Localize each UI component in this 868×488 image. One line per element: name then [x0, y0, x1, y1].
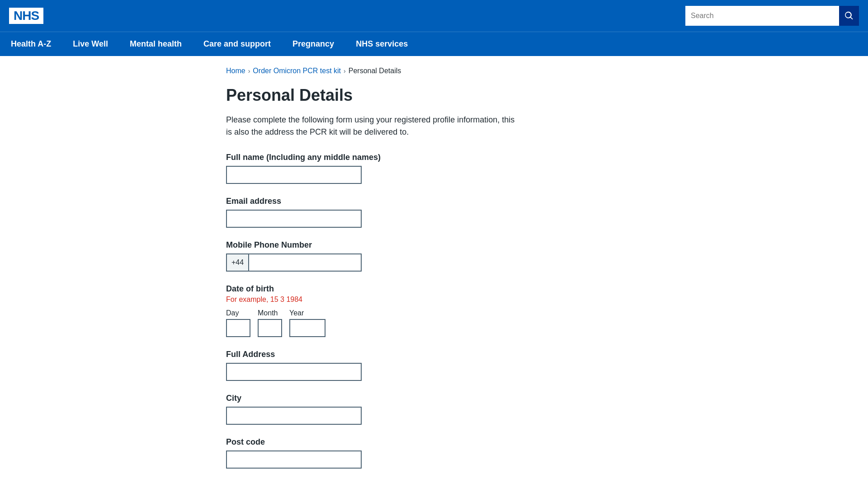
address-input[interactable] — [226, 363, 362, 381]
breadcrumb: Home › Order Omicron PCR test kit › Pers… — [226, 67, 642, 75]
full-name-label: Full name (Including any middle names) — [226, 153, 642, 162]
dob-year-input[interactable] — [289, 319, 326, 337]
nav-item-care-support: Care and support — [193, 32, 282, 56]
dob-day-group: Day — [226, 309, 250, 337]
nav-list: Health A-Z Live Well Mental health Care … — [0, 32, 868, 56]
page-title: Personal Details — [226, 86, 642, 105]
nav-item-nhs-services: NHS services — [345, 32, 419, 56]
search-input[interactable] — [685, 6, 839, 26]
dob-year-group: Year — [289, 309, 326, 337]
nav-link-health-az[interactable]: Health A-Z — [0, 32, 62, 56]
postcode-input[interactable] — [226, 450, 362, 469]
dob-label: Date of birth — [226, 284, 642, 294]
nav-item-health-az: Health A-Z — [0, 32, 62, 56]
search-container — [685, 6, 859, 26]
address-group: Full Address — [226, 350, 642, 381]
email-input[interactable] — [226, 210, 362, 228]
breadcrumb-order-link[interactable]: Order Omicron PCR test kit — [253, 67, 341, 75]
site-header: NHS — [0, 0, 868, 32]
dob-day-label: Day — [226, 309, 250, 317]
phone-prefix: +44 — [227, 254, 249, 271]
email-label: Email address — [226, 197, 642, 206]
breadcrumb-home-link[interactable]: Home — [226, 67, 245, 75]
phone-label: Mobile Phone Number — [226, 240, 642, 250]
email-group: Email address — [226, 197, 642, 228]
dob-month-input[interactable] — [258, 319, 282, 337]
nhs-logo[interactable]: NHS — [9, 8, 43, 24]
search-icon — [844, 11, 854, 21]
dob-year-label: Year — [289, 309, 326, 317]
breadcrumb-separator-2: › — [344, 67, 346, 75]
full-name-group: Full name (Including any middle names) — [226, 153, 642, 184]
nav-item-live-well: Live Well — [62, 32, 119, 56]
dob-day-input[interactable] — [226, 319, 250, 337]
city-label: City — [226, 394, 642, 403]
nhs-logo-text: NHS — [9, 8, 43, 24]
dob-month-group: Month — [258, 309, 282, 337]
phone-input[interactable] — [249, 254, 361, 271]
city-group: City — [226, 394, 642, 425]
dob-fields: Day Month Year — [226, 309, 642, 337]
city-input[interactable] — [226, 407, 362, 425]
full-name-input[interactable] — [226, 166, 362, 184]
main-content: Home › Order Omicron PCR test kit › Pers… — [217, 56, 651, 488]
nav-link-live-well[interactable]: Live Well — [62, 32, 119, 56]
dob-month-label: Month — [258, 309, 282, 317]
postcode-label: Post code — [226, 437, 642, 447]
breadcrumb-current: Personal Details — [349, 67, 401, 75]
nav-link-pregnancy[interactable]: Pregnancy — [282, 32, 345, 56]
address-label: Full Address — [226, 350, 642, 359]
search-button[interactable] — [839, 6, 859, 26]
nav-link-mental-health[interactable]: Mental health — [119, 32, 193, 56]
nav-link-nhs-services[interactable]: NHS services — [345, 32, 419, 56]
nav-item-pregnancy: Pregnancy — [282, 32, 345, 56]
page-description: Please complete the following form using… — [226, 114, 515, 138]
breadcrumb-separator-1: › — [248, 67, 250, 75]
phone-input-wrapper: +44 — [226, 253, 362, 272]
nav-link-care-support[interactable]: Care and support — [193, 32, 282, 56]
postcode-group: Post code — [226, 437, 642, 469]
dob-hint: For example, 15 3 1984 — [226, 296, 642, 304]
phone-group: Mobile Phone Number +44 — [226, 240, 642, 272]
nav-item-mental-health: Mental health — [119, 32, 193, 56]
personal-details-form: Full name (Including any middle names) E… — [226, 153, 642, 469]
dob-group: Date of birth For example, 15 3 1984 Day… — [226, 284, 642, 337]
main-nav: Health A-Z Live Well Mental health Care … — [0, 32, 868, 56]
